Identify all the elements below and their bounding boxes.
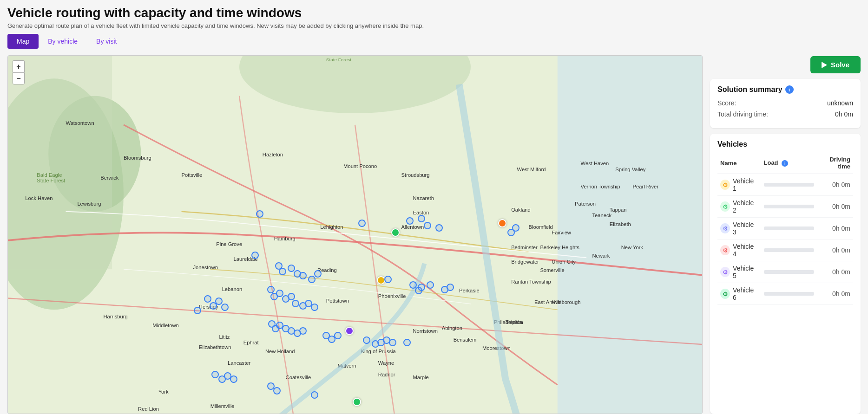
map-marker[interactable] (345, 327, 354, 335)
map-marker[interactable] (292, 300, 299, 307)
map-marker[interactable] (311, 391, 318, 399)
svg-text:Lititz: Lititz (219, 334, 230, 340)
map-marker[interactable] (498, 219, 506, 227)
map-marker[interactable] (435, 224, 443, 232)
map-marker[interactable] (279, 268, 286, 275)
solve-button[interactable]: Solve (810, 56, 861, 73)
map-marker[interactable] (447, 284, 454, 291)
map-marker[interactable] (211, 371, 219, 378)
vehicle-icon: ⚙ (720, 201, 730, 212)
map-marker[interactable] (512, 224, 519, 232)
sidebar: Solve Solution summary i Score: unknown … (703, 55, 861, 414)
tab-by-vehicle[interactable]: By vehicle (39, 34, 87, 49)
svg-text:Oakland: Oakland (511, 207, 531, 213)
svg-text:Pine Grove: Pine Grove (216, 241, 242, 247)
svg-text:Lehighton: Lehighton (320, 224, 343, 230)
map-marker[interactable] (424, 222, 431, 229)
vehicle-name: Vehicle 5 (733, 265, 758, 279)
map-marker[interactable] (358, 220, 366, 227)
map-marker[interactable] (418, 284, 425, 291)
svg-text:Moorestown: Moorestown (482, 345, 511, 351)
svg-text:Berwick: Berwick (100, 175, 119, 181)
svg-text:Bald Eagle: Bald Eagle (37, 172, 62, 178)
map-marker[interactable] (299, 327, 307, 335)
svg-text:Hillsborough: Hillsborough (552, 299, 580, 305)
col-driving-time: Driving time (817, 154, 854, 174)
map-marker[interactable] (363, 336, 370, 344)
driving-time-label: Total driving time: (717, 110, 768, 118)
map-marker[interactable] (308, 276, 316, 283)
map-marker[interactable] (204, 295, 211, 303)
zoom-in-button[interactable]: + (13, 60, 25, 72)
vehicles-table: Name Load i Driving time ⚙ Vehicle 1 (717, 154, 853, 305)
map-marker[interactable] (314, 270, 322, 278)
map-marker[interactable] (251, 252, 259, 259)
svg-text:Ephrat: Ephrat (243, 340, 259, 345)
vehicle-driving-time: 0h 0m (817, 218, 854, 239)
vehicle-driving-time: 0h 0m (817, 261, 854, 283)
map-marker[interactable] (221, 304, 229, 311)
map-marker[interactable] (384, 276, 392, 283)
svg-text:Norristown: Norristown (413, 328, 438, 334)
vehicle-driving-time: 0h 0m (817, 174, 854, 196)
col-load: Load i (761, 154, 817, 174)
map-marker[interactable] (194, 307, 201, 314)
solution-summary-title: Solution summary i (717, 85, 853, 94)
map-marker[interactable] (418, 215, 425, 222)
map-marker[interactable] (299, 272, 307, 279)
col-name: Name (717, 154, 761, 174)
svg-text:Mount Pocono: Mount Pocono (343, 163, 377, 169)
map-marker[interactable] (215, 298, 223, 305)
map-marker[interactable] (311, 304, 318, 311)
svg-rect-1 (558, 56, 702, 414)
vehicle-driving-time: 0h 0m (817, 283, 854, 305)
solution-summary: Solution summary i Score: unknown Total … (710, 79, 861, 128)
vehicle-name: Vehicle 3 (733, 221, 758, 236)
tab-bar: Map By vehicle By visit (7, 34, 861, 49)
vehicle-icon: ⚙ (720, 223, 730, 233)
svg-text:Wayne: Wayne (378, 360, 394, 366)
svg-text:Hazleton: Hazleton (263, 152, 283, 157)
svg-text:Fairview: Fairview (552, 230, 572, 235)
map-marker[interactable] (427, 281, 434, 289)
driving-time-value: 0h 0m (835, 110, 853, 118)
svg-text:Teaneck: Teaneck (592, 213, 612, 218)
svg-text:New York: New York (621, 245, 644, 250)
svg-text:Tappan: Tappan (610, 207, 627, 213)
page-description: Generate optimal route plan of a vehicle… (7, 22, 861, 29)
map-marker[interactable] (267, 286, 275, 293)
map-marker[interactable] (403, 339, 411, 346)
svg-text:Lock Haven: Lock Haven (25, 195, 53, 201)
svg-text:Perkasie: Perkasie (459, 288, 480, 293)
vehicle-icon: ⚙ (720, 289, 730, 299)
map-marker[interactable] (353, 398, 361, 406)
svg-text:Bloomfield: Bloomfield (528, 224, 552, 230)
map-marker[interactable] (273, 387, 281, 395)
svg-text:York: York (158, 389, 169, 395)
map-marker[interactable] (230, 375, 237, 383)
zoom-out-button[interactable]: − (13, 72, 25, 84)
map-marker[interactable] (391, 228, 400, 237)
svg-text:Bensalem: Bensalem (454, 337, 477, 343)
map-marker[interactable] (256, 210, 263, 218)
svg-text:Pottstown: Pottstown (326, 298, 349, 304)
svg-text:West Milford: West Milford (517, 167, 546, 172)
svg-text:Hamburg: Hamburg (274, 236, 296, 241)
svg-text:Radnor: Radnor (378, 372, 395, 377)
svg-text:Bloomsburg: Bloomsburg (124, 155, 151, 161)
map-marker[interactable] (334, 332, 342, 339)
svg-text:Lewisburg: Lewisburg (77, 201, 101, 207)
tab-map[interactable]: Map (7, 34, 39, 49)
svg-text:Newark: Newark (592, 253, 610, 259)
tab-by-visit[interactable]: By visit (87, 34, 126, 49)
svg-text:Stroudsburg: Stroudsburg (401, 172, 430, 178)
vehicles-title: Vehicles (717, 140, 853, 149)
svg-text:Lebanon: Lebanon (222, 287, 243, 292)
vehicle-icon: ⚙ (720, 267, 730, 277)
map-marker[interactable] (288, 293, 295, 300)
map-marker[interactable] (406, 217, 414, 225)
svg-text:Raritan Township: Raritan Township (511, 279, 551, 285)
map-area[interactable]: Bald Eagle State Forest State Forest Loc… (7, 55, 703, 414)
vehicle-name: Vehicle 6 (733, 286, 758, 301)
map-marker[interactable] (389, 339, 396, 346)
